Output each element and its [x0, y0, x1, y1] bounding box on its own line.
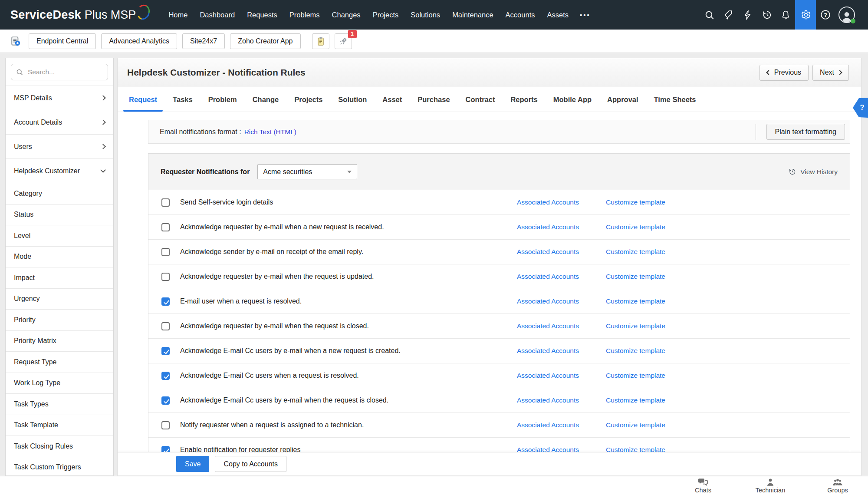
sidebar-item-request-type[interactable]: Request Type — [6, 351, 113, 373]
sidebar-group-users[interactable]: Users — [6, 134, 113, 158]
account-select[interactable]: Acme securities — [257, 164, 357, 179]
nav-more-button[interactable]: ••• — [580, 11, 591, 19]
notifications-bell-icon[interactable] — [776, 0, 795, 30]
toolbar-button-site24x7[interactable]: Site24x7 — [182, 33, 225, 49]
associated-accounts-link[interactable]: Associated Accounts — [517, 248, 579, 256]
associated-accounts-link[interactable]: Associated Accounts — [517, 198, 579, 206]
nav-item-problems[interactable]: Problems — [289, 11, 320, 19]
associated-accounts-link[interactable]: Associated Accounts — [517, 372, 579, 380]
tab-contract[interactable]: Contract — [458, 87, 503, 112]
quick-actions-lightning-icon[interactable] — [738, 0, 757, 30]
new-document-icon-button[interactable] — [8, 33, 23, 49]
associated-accounts-link[interactable]: Associated Accounts — [517, 223, 579, 231]
rule-checkbox[interactable] — [161, 396, 170, 405]
nav-item-changes[interactable]: Changes — [332, 11, 361, 19]
rule-checkbox[interactable] — [161, 248, 170, 256]
tab-purchase[interactable]: Purchase — [410, 87, 457, 112]
sidebar-search-input[interactable] — [11, 64, 108, 80]
associated-accounts-link[interactable]: Associated Accounts — [517, 322, 579, 330]
customize-template-link[interactable]: Customize template — [606, 421, 665, 429]
customize-template-link[interactable]: Customize template — [606, 297, 665, 305]
sidebar-item-level[interactable]: Level — [6, 225, 113, 246]
sidebar-item-work-log-type[interactable]: Work Log Type — [6, 373, 113, 394]
associated-accounts-link[interactable]: Associated Accounts — [517, 421, 579, 429]
customize-template-link[interactable]: Customize template — [606, 396, 665, 404]
sidebar-group-account-details[interactable]: Account Details — [6, 110, 113, 134]
nav-item-accounts[interactable]: Accounts — [506, 11, 535, 19]
search-icon[interactable] — [700, 0, 719, 30]
user-avatar[interactable] — [835, 0, 858, 30]
app-logo[interactable]: ServiceDesk Plus MSP — [10, 7, 150, 23]
sidebar-item-task-types[interactable]: Task Types — [6, 393, 113, 415]
customize-template-link[interactable]: Customize template — [606, 248, 665, 256]
sidebar-item-urgency[interactable]: Urgency — [6, 288, 113, 310]
sidebar-item-task-custom-triggers[interactable]: Task Custom Triggers — [6, 457, 113, 476]
next-button[interactable]: Next — [812, 65, 849, 81]
rule-checkbox[interactable] — [161, 421, 170, 429]
toolbar-button-endpoint-central[interactable]: Endpoint Central — [29, 33, 96, 49]
copy-to-accounts-button[interactable]: Copy to Accounts — [215, 456, 286, 472]
rule-checkbox[interactable] — [161, 223, 170, 231]
help-icon[interactable]: ? — [816, 0, 835, 30]
nav-item-maintenance[interactable]: Maintenance — [452, 11, 493, 19]
customize-template-link[interactable]: Customize template — [606, 223, 665, 231]
tab-mobile-app[interactable]: Mobile App — [546, 87, 599, 112]
plain-text-formatting-button[interactable]: Plain text formatting — [766, 124, 845, 140]
tab-solution[interactable]: Solution — [330, 87, 375, 112]
nav-item-home[interactable]: Home — [168, 11, 187, 19]
tab-time-sheets[interactable]: Time Sheets — [646, 87, 704, 112]
nav-item-assets[interactable]: Assets — [547, 11, 569, 19]
tab-problem[interactable]: Problem — [201, 87, 245, 112]
customize-template-link[interactable]: Customize template — [606, 273, 665, 280]
sidebar-item-status[interactable]: Status — [6, 204, 113, 225]
rule-checkbox[interactable] — [161, 297, 170, 306]
tab-request[interactable]: Request — [121, 87, 165, 112]
associated-accounts-link[interactable]: Associated Accounts — [517, 297, 579, 305]
view-history-button[interactable]: View History — [788, 168, 838, 176]
sidebar-item-priority-matrix[interactable]: Priority Matrix — [6, 330, 113, 352]
sidebar-item-priority[interactable]: Priority — [6, 309, 113, 330]
clipboard-icon-button[interactable] — [312, 33, 329, 49]
rule-checkbox[interactable] — [161, 347, 170, 355]
toolbar-button-zoho-creator-app[interactable]: Zoho Creator App — [230, 33, 300, 49]
tab-reports[interactable]: Reports — [503, 87, 545, 112]
nav-item-solutions[interactable]: Solutions — [411, 11, 440, 19]
tab-approval[interactable]: Approval — [599, 87, 646, 112]
rule-checkbox[interactable] — [161, 322, 170, 330]
sidebar-item-mode[interactable]: Mode — [6, 246, 113, 267]
sidebar-item-category[interactable]: Category — [6, 183, 113, 204]
whats-new-rocket-icon-button[interactable]: 1 — [335, 33, 352, 49]
associated-accounts-link[interactable]: Associated Accounts — [517, 396, 579, 404]
rule-checkbox[interactable] — [161, 198, 170, 207]
rule-checkbox[interactable] — [161, 273, 170, 281]
previous-button[interactable]: Previous — [760, 65, 809, 81]
customize-template-link[interactable]: Customize template — [606, 322, 665, 330]
settings-gear-icon[interactable] — [795, 0, 816, 30]
customize-template-link[interactable]: Customize template — [606, 198, 665, 206]
history-icon[interactable] — [757, 0, 776, 30]
technician-button[interactable]: Technician — [751, 478, 790, 494]
sidebar-item-task-closing-rules[interactable]: Task Closing Rules — [6, 436, 113, 457]
email-format-value-link[interactable]: Rich Text (HTML) — [244, 128, 296, 136]
groups-button[interactable]: Groups — [818, 478, 857, 494]
nav-item-dashboard[interactable]: Dashboard — [200, 11, 235, 19]
toolbar-button-advanced-analytics[interactable]: Advanced Analytics — [101, 33, 177, 49]
nav-item-projects[interactable]: Projects — [373, 11, 399, 19]
associated-accounts-link[interactable]: Associated Accounts — [517, 273, 579, 280]
save-button[interactable]: Save — [176, 456, 209, 472]
tab-tasks[interactable]: Tasks — [165, 87, 201, 112]
nav-item-requests[interactable]: Requests — [247, 11, 277, 19]
tab-asset[interactable]: Asset — [375, 87, 410, 112]
sidebar-item-impact[interactable]: Impact — [6, 267, 113, 288]
tab-projects[interactable]: Projects — [286, 87, 330, 112]
rule-checkbox[interactable] — [161, 372, 170, 380]
chats-button[interactable]: Chats — [684, 478, 723, 494]
sidebar-group-helpdesk-customizer[interactable]: Helpdesk Customizer — [6, 158, 113, 183]
sidebar-item-task-template[interactable]: Task Template — [6, 415, 113, 436]
sidebar-group-msp-details[interactable]: MSP Details — [6, 86, 113, 110]
customize-template-link[interactable]: Customize template — [606, 347, 665, 355]
customize-template-link[interactable]: Customize template — [606, 372, 665, 380]
associated-accounts-link[interactable]: Associated Accounts — [517, 347, 579, 355]
tab-change[interactable]: Change — [245, 87, 287, 112]
add-request-icon[interactable] — [719, 0, 738, 30]
